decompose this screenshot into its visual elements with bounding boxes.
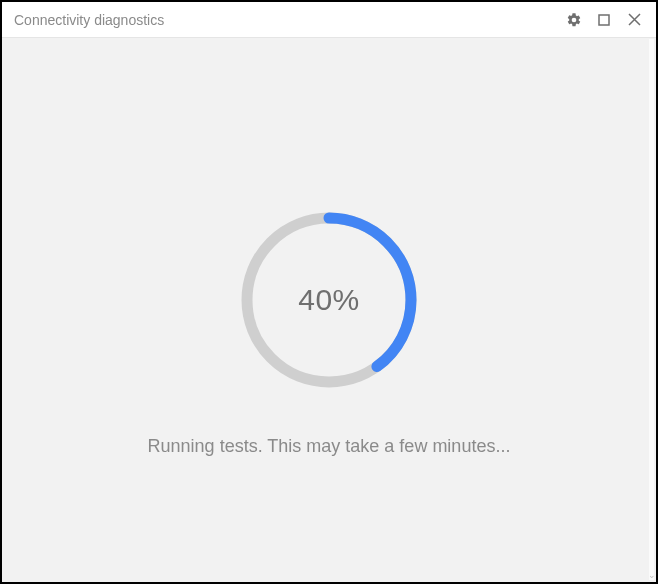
svg-rect-0 [599, 15, 609, 25]
chevron-down-icon: ⌄ [648, 571, 656, 580]
gear-icon [566, 12, 582, 28]
maximize-icon [598, 14, 610, 26]
settings-button[interactable] [566, 12, 582, 28]
app-window: Connectivity diagnostics [0, 0, 658, 584]
scrollbar[interactable]: ⌄ [649, 39, 654, 580]
close-icon [628, 13, 641, 26]
progress-percent-label: 40% [234, 205, 424, 395]
close-button[interactable] [626, 12, 642, 28]
status-message: Running tests. This may take a few minut… [2, 436, 656, 457]
titlebar: Connectivity diagnostics [2, 2, 656, 38]
maximize-button[interactable] [596, 12, 612, 28]
window-controls [566, 12, 646, 28]
content-area: 40% Running tests. This may take a few m… [2, 38, 656, 582]
progress-ring: 40% [234, 205, 424, 395]
window-title: Connectivity diagnostics [14, 12, 566, 28]
